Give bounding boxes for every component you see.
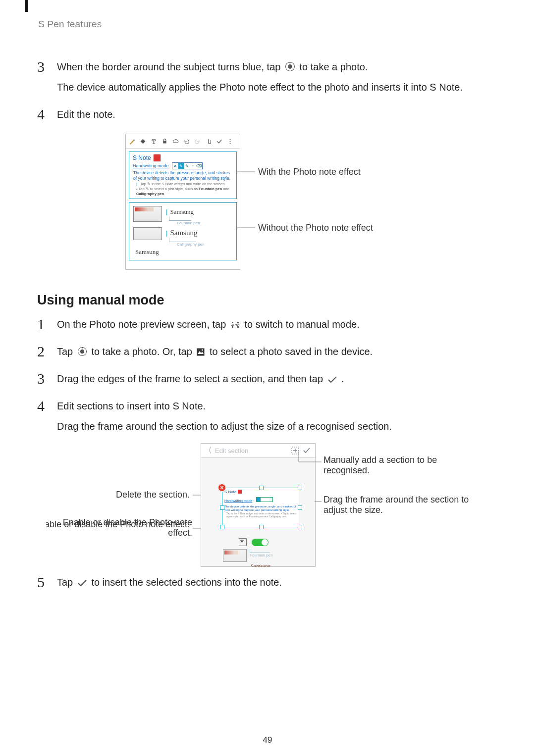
delete-badge-icon: × (218, 484, 226, 492)
done-check-icon (301, 446, 312, 455)
redo-icon (194, 138, 201, 145)
section-heading: Using manual mode (37, 293, 500, 308)
step-a3: 3 When the border around the subject tur… (37, 59, 500, 100)
handwriting-mode-label: Handwriting mode (133, 163, 169, 168)
diamond-icon (140, 138, 146, 145)
step-text: to switch to manual mode. (244, 319, 359, 330)
step-number: 4 (37, 107, 48, 122)
callout-drag-frame: Drag the frame around the section to adj… (323, 495, 472, 515)
snote-app-icon (153, 154, 160, 161)
svg-rect-2 (289, 62, 290, 63)
step-b1: 1 On the Photo note preview screen, tap … (37, 317, 500, 337)
step-text: to take a photo. (300, 61, 368, 72)
sample-writing: Samsung (251, 563, 305, 567)
svg-point-1 (288, 64, 292, 69)
svg-point-6 (229, 143, 230, 144)
hw-description: The device detects the pressure, angle, … (129, 170, 236, 181)
header-rule (25, 0, 28, 12)
svg-rect-3 (163, 141, 166, 143)
step-number: 5 (37, 575, 48, 590)
step-number: 3 (37, 59, 48, 74)
step-number: 3 (37, 371, 48, 386)
svg-rect-12 (82, 347, 83, 348)
step-number: 2 (37, 344, 48, 359)
hw-tip: | Tap ✎ in the S Note widget and write o… (129, 181, 236, 198)
callout-delete-section: Delete the section. (115, 490, 189, 500)
step-b4: 4 Edit sections to insert into S Note. D… (37, 399, 500, 439)
attachment-icon (205, 138, 212, 145)
inner-desc: The device detects the pressure, angle, … (224, 505, 298, 512)
svg-point-11 (80, 350, 84, 353)
step-text: Drag the edges of the frame to select a … (57, 373, 326, 384)
step-text: to select a photo saved in the device. (210, 346, 373, 357)
svg-point-5 (229, 141, 230, 142)
chapter-title: S Pen features (38, 19, 500, 30)
snote-toolbar (126, 134, 240, 149)
callout-enable-effect: Enable or disable the Photo note effect. (56, 517, 192, 538)
sample-writing: Samsung (170, 229, 197, 237)
sample-writing: Samsung (135, 248, 232, 256)
step-number: 1 (37, 317, 48, 332)
check-icon (327, 376, 337, 384)
camera-shutter-icon (285, 61, 295, 72)
callout-add-section: Manually add a section to be recognised. (323, 455, 472, 476)
step-text: . (341, 373, 344, 384)
step-text: On the Photo note preview screen, tap (57, 319, 229, 330)
thumbnail (133, 206, 162, 222)
fountain-pen-caption: Fountain pen (177, 221, 200, 225)
pen-icon (129, 138, 135, 145)
step-text: Drag the frame around the section to adj… (57, 419, 500, 434)
divider-icon: | (166, 208, 167, 215)
tip-bar-icon: | (136, 182, 137, 186)
edit-section-title: Edit section (215, 447, 248, 454)
figure-edit-section: Delete the section. Enable or disable th… (37, 443, 500, 572)
svg-point-4 (229, 139, 230, 140)
page-number: 49 (0, 735, 535, 745)
step-text: to insert the selected sections into the… (91, 577, 282, 588)
gallery-icon (196, 348, 205, 356)
edit-section-bar: 〈 Edit section (201, 444, 315, 458)
figure-photo-note-effect: S Note Handwriting mode A✎✎T⌫ The device… (37, 131, 500, 275)
inner-hw-label: Handwriting mode (224, 499, 252, 503)
thumbnail (133, 227, 162, 240)
sample-writing: Samsung (170, 208, 194, 215)
step-text: The device automatically applies the Pho… (57, 80, 500, 95)
cloud-icon (172, 138, 179, 145)
effect-toggle (252, 539, 268, 546)
text-tool-icon (151, 138, 157, 145)
add-section-icon (290, 446, 301, 455)
svg-point-15 (202, 350, 204, 351)
step-b3: 3 Drag the edges of the frame to select … (37, 371, 500, 392)
check-icon (216, 138, 222, 145)
step-text: Tap (57, 346, 76, 357)
step-text: to take a photo. Or, tap (91, 346, 195, 357)
divider-icon: | (166, 229, 167, 237)
undo-icon (183, 138, 190, 145)
step-text: Edit the note. (57, 107, 500, 122)
step-a4: 4 Edit the note. (37, 107, 500, 127)
more-icon (227, 138, 233, 145)
callout-without-effect: Without the Photo note effect (258, 223, 373, 233)
step-number: 4 (37, 399, 48, 413)
step-text: Edit sections to insert into S Note. (57, 399, 500, 414)
handwriting-mode-icons: A✎✎T⌫ (171, 162, 202, 169)
inner-snote-label: S Note (224, 490, 298, 494)
callout-with-effect: With the Photo note effect (258, 167, 361, 177)
calligraphy-pen-caption: Calligraphy pen (177, 242, 205, 247)
step-b2: 2 Tap to take a photo. Or, tap to select… (37, 344, 500, 364)
snote-title: S Note (129, 152, 236, 161)
fountain-pen-caption: Fountain pen (250, 553, 273, 557)
step-text: Tap (57, 577, 76, 588)
step-text: When the border around the subject turns… (57, 61, 283, 72)
back-icon: 〈 (204, 446, 212, 456)
lock-icon (161, 138, 168, 145)
inner-tip: Tap in the S Note widget and write on th… (226, 512, 298, 518)
camera-shutter-icon (77, 347, 87, 356)
photo-note-effect-icon (239, 538, 247, 546)
svg-text:AUTO: AUTO (231, 324, 239, 327)
svg-rect-13 (197, 349, 205, 356)
auto-mode-icon: AUTO (230, 320, 240, 329)
check-icon (77, 579, 87, 587)
step-b5: 5 Tap to insert the selected sections in… (37, 575, 500, 595)
thumbnail (223, 549, 247, 562)
